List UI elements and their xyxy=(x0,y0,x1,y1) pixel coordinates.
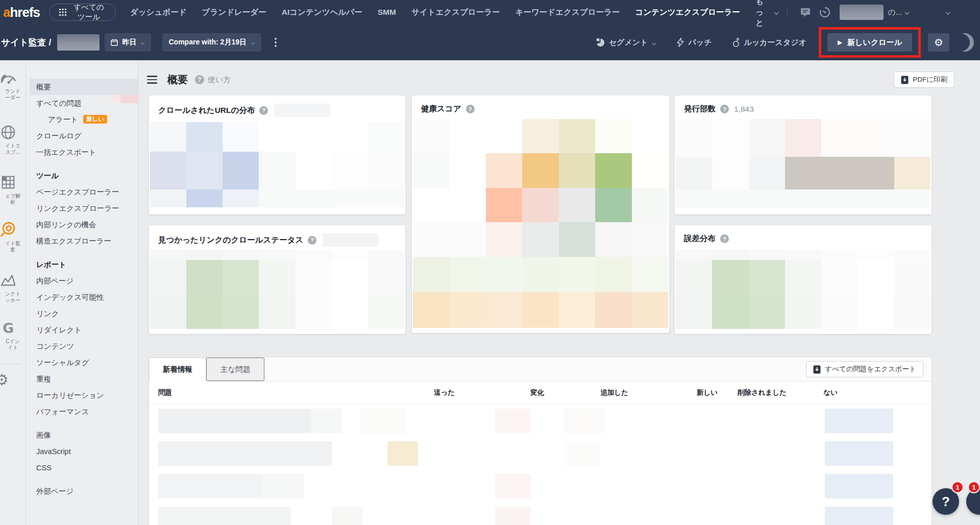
sidebar-item-JavaScript[interactable]: JavaScript xyxy=(26,443,138,460)
nav-item-ブランドレーダー[interactable]: ブランドレーダー xyxy=(202,7,266,18)
rail-item-site-explorer[interactable]: イトエ スプ... xyxy=(0,123,26,155)
mosaic-cell xyxy=(595,153,631,187)
tab-主な問題[interactable]: 主な問題 xyxy=(206,357,264,381)
sidebar-item-リンクエクスプローラー[interactable]: リンクエクスプローラー xyxy=(26,200,138,217)
mosaic-cell xyxy=(632,292,668,328)
sidebar-item-外部ページ[interactable]: 外部ページ xyxy=(26,483,138,499)
mosaic-row xyxy=(676,260,930,294)
sidebar-item-CSS[interactable]: CSS xyxy=(26,460,138,476)
mosaic-cell xyxy=(413,292,449,328)
sidebar-item-内部ページ[interactable]: 内部ページ xyxy=(26,273,138,289)
sidebar-item-クロールログ[interactable]: クロールログ xyxy=(26,128,138,144)
column-header-新しい[interactable]: 新しい xyxy=(628,388,718,397)
date-selector-button[interactable]: 昨日 xyxy=(105,33,151,52)
nav-item-SMM[interactable]: SMM xyxy=(378,8,396,17)
new-crawl-button[interactable]: ▶ 新しいクロール xyxy=(827,33,912,52)
help-icon[interactable]: ? xyxy=(195,75,204,84)
compare-with-button[interactable]: Compare with: 2月19日 xyxy=(162,33,261,52)
column-header-変化[interactable]: 変化 xyxy=(455,388,544,397)
column-header-這った[interactable]: 這った xyxy=(363,388,455,397)
help-icon[interactable]: ? xyxy=(720,105,729,113)
mosaic-cell xyxy=(559,257,595,293)
card-issued-count: 発行部数?1,843 xyxy=(675,96,932,214)
sidebar-item-インデックス可能性[interactable]: インデックス可能性 xyxy=(26,289,138,305)
mosaic-cell xyxy=(368,260,404,294)
sidebar-item-ソーシャルタグ[interactable]: ソーシャルタグ xyxy=(26,354,138,371)
usage-guide-link[interactable]: 使い方 xyxy=(208,75,231,85)
hamburger-menu-icon[interactable] xyxy=(145,74,159,86)
sidebar-item-概要[interactable]: 概要 xyxy=(30,79,138,95)
crawl-credits-meter-icon[interactable] xyxy=(819,7,830,18)
tab-新着情報[interactable]: 新着情報 xyxy=(149,357,206,381)
sidebar-item-アラート[interactable]: アラート新しい xyxy=(26,111,138,128)
nav-item-コンテンツエクスプローラー[interactable]: コンテンツエクスプローラー xyxy=(635,7,740,18)
sidebar-item-label: 概要 xyxy=(36,83,51,91)
help-icon[interactable]: ? xyxy=(259,106,268,115)
ahrefs-logo[interactable]: ahrefs xyxy=(3,0,40,25)
sidebar-item-リンク[interactable]: リンク xyxy=(26,305,138,322)
table-row-redacted[interactable] xyxy=(149,437,932,470)
header-collapse-chevron-icon[interactable] xyxy=(945,8,950,17)
project-name-redacted xyxy=(57,34,100,51)
mosaic-row xyxy=(413,292,668,328)
rail-item-sc-insights[interactable]: GCイン イト xyxy=(0,318,26,351)
mosaic-cell xyxy=(712,119,748,157)
nav-item-AIコンテンツヘルパー[interactable]: AIコンテンツヘルパー xyxy=(282,7,362,18)
column-header-追加した[interactable]: 追加した xyxy=(544,388,628,397)
nav-more[interactable]: もっと xyxy=(755,0,779,29)
sidebar-item-内部リンクの機会[interactable]: 内部リンクの機会 xyxy=(26,217,138,233)
redacted-cell-block xyxy=(825,474,893,498)
help-icon[interactable]: ? xyxy=(466,105,475,113)
sidebar-item-すべての問題[interactable]: すべての問題 xyxy=(26,95,138,111)
feedback-icon[interactable] xyxy=(800,7,811,17)
table-row-redacted[interactable] xyxy=(149,470,932,503)
mosaic-cell xyxy=(150,152,186,189)
sidebar-item-パフォーマンス[interactable]: パフォーマンス xyxy=(26,403,138,420)
all-tools-button[interactable]: すべてのツール xyxy=(49,4,116,21)
sidebar-item-ページエクスプローラー[interactable]: ページエクスプローラー xyxy=(26,184,138,200)
card-title: クロールされたURLの分布 xyxy=(158,105,255,116)
help-icon[interactable]: ? xyxy=(308,236,316,245)
account-suffix-label[interactable]: の... xyxy=(888,8,902,17)
table-row-redacted[interactable] xyxy=(149,404,932,437)
nav-more-label: もっと xyxy=(755,0,771,29)
sidebar-item-リダイレクト[interactable]: リダイレクト xyxy=(26,322,138,338)
nav-item-サイトエクスプローラー[interactable]: サイトエクスプローラー xyxy=(411,7,500,18)
column-header-削除されました[interactable]: 削除されました xyxy=(718,388,787,397)
sidebar-item-コンテンツ[interactable]: コンテンツ xyxy=(26,338,138,354)
patch-button[interactable]: パッチ xyxy=(677,38,712,47)
segment-dropdown[interactable]: セグメント xyxy=(596,38,657,47)
mosaic-cell xyxy=(749,119,785,157)
rail-item-site-audit[interactable]: イト監 査 xyxy=(0,220,26,253)
nav-item-ダッシュボード[interactable]: ダッシュボード xyxy=(130,7,187,18)
column-header-問題[interactable]: 問題 xyxy=(158,388,363,397)
mosaic-cell xyxy=(486,188,522,222)
sidebar-item-一括エクスポート[interactable]: 一括エクスポート xyxy=(26,144,138,160)
rail-settings-gear-icon[interactable]: ⚙ xyxy=(0,371,9,389)
looker-studio-button[interactable]: ルッカースタジオ xyxy=(732,38,806,47)
collapsed-avatar-icon[interactable] xyxy=(955,33,974,52)
rail-item-rank-tracker[interactable]: ンクト ッカー xyxy=(0,271,26,303)
redacted-cell-block xyxy=(495,507,531,525)
export-all-issues-button[interactable]: すべての問題をエクスポート xyxy=(806,361,923,377)
sidebar-item-構造エクスプローラー[interactable]: 構造エクスプローラー xyxy=(26,233,138,249)
sidebar-item-重複[interactable]: 重複 xyxy=(26,371,138,387)
main-nav: ダッシュボードブランドレーダーAIコンテンツヘルパーSMMサイトエクスプローラー… xyxy=(130,7,740,18)
mosaic-cell xyxy=(150,250,186,260)
account-chevron-down-icon[interactable] xyxy=(904,8,910,17)
print-pdf-button[interactable]: PDFに印刷 xyxy=(894,71,954,88)
mosaic-cell xyxy=(296,295,332,329)
table-row-redacted[interactable] xyxy=(149,503,932,525)
more-options-kebab-icon[interactable] xyxy=(273,36,279,49)
nav-item-キーワードエクスプローラー[interactable]: キーワードエクスプローラー xyxy=(516,7,620,18)
rail-item-brand-radar[interactable]: ランド ーダー xyxy=(0,68,26,101)
mosaic-cell xyxy=(894,119,930,157)
mosaic-cell xyxy=(296,250,332,260)
rail-item-web-analytics[interactable]: ェブ解 析 xyxy=(0,173,26,205)
column-header-ない[interactable]: ない xyxy=(787,388,838,397)
help-icon[interactable]: ? xyxy=(720,234,729,243)
settings-gear-icon[interactable]: ⚙ xyxy=(928,33,949,52)
sidebar-item-ローカリゼーション[interactable]: ローカリゼーション xyxy=(26,387,138,403)
sidebar-item-画像[interactable]: 画像 xyxy=(26,427,138,443)
mosaic-cell xyxy=(712,189,748,208)
